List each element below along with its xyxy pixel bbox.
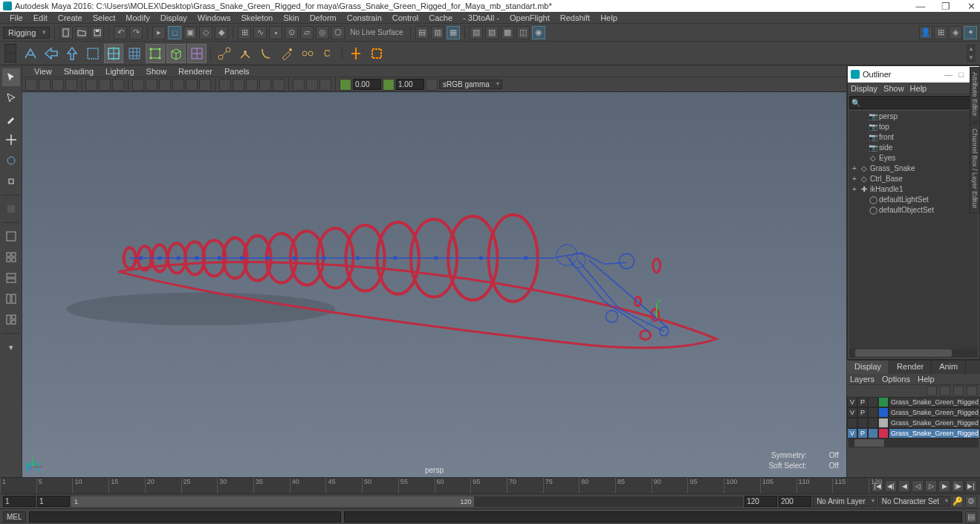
outliner-menu-help[interactable]: Help bbox=[910, 84, 927, 93]
menu-help[interactable]: Help bbox=[595, 13, 623, 22]
menu-skin[interactable]: Skin bbox=[278, 13, 304, 22]
layer-color-swatch[interactable] bbox=[878, 407, 889, 418]
shelf-scroll[interactable]: ▲▼ bbox=[967, 45, 976, 62]
shelf-tabs[interactable] bbox=[4, 44, 16, 62]
pt-res-gate[interactable] bbox=[159, 79, 171, 91]
outliner-menu-show[interactable]: Show bbox=[883, 84, 904, 93]
undo-button[interactable]: ↶ bbox=[114, 26, 127, 39]
modeling-toolkit-button[interactable]: ◈ bbox=[949, 26, 962, 39]
viewport-persp[interactable]: y persp Symmetry:Off Soft Select:Off bbox=[22, 92, 846, 477]
pt-grid[interactable] bbox=[132, 79, 144, 91]
layer-visibility-toggle[interactable]: V bbox=[847, 407, 857, 418]
prefs-button[interactable]: ⚙ bbox=[965, 496, 977, 508]
pt-view-transform[interactable] bbox=[426, 79, 438, 91]
menu-skeleton[interactable]: Skeleton bbox=[236, 13, 278, 22]
move-tool[interactable] bbox=[2, 131, 20, 149]
menu-control[interactable]: Control bbox=[387, 13, 424, 22]
range-start-outer[interactable] bbox=[3, 496, 36, 507]
pt-lights[interactable] bbox=[259, 79, 271, 91]
layer-scrollbar[interactable] bbox=[848, 439, 979, 447]
panel-menu-renderer[interactable]: Renderer bbox=[172, 67, 218, 76]
xgen-button[interactable]: ✦ bbox=[964, 26, 977, 39]
time-slider[interactable]: 1510152025303540455055606570758085909510… bbox=[0, 477, 980, 494]
pt-grease[interactable] bbox=[112, 79, 124, 91]
select-by-hierarchy-button[interactable]: ▸ bbox=[152, 26, 166, 39]
play-fwd-button[interactable]: ▷ bbox=[925, 480, 937, 492]
play-next-button[interactable]: ▶ bbox=[938, 480, 950, 492]
shelf-lattice-button[interactable] bbox=[146, 44, 165, 63]
snap-live-button[interactable]: ◎ bbox=[316, 26, 329, 39]
panel-menu-lighting[interactable]: Lighting bbox=[100, 67, 140, 76]
menu-constrain[interactable]: Constrain bbox=[342, 13, 387, 22]
pt-select-cam[interactable] bbox=[25, 79, 37, 91]
outliner-max-button[interactable]: □ bbox=[958, 70, 964, 80]
layer-new-empty-button[interactable] bbox=[940, 386, 950, 396]
scale-tool[interactable] bbox=[2, 172, 20, 190]
layer-tab-display[interactable]: Display bbox=[847, 360, 889, 374]
layer-name[interactable]: Grass_Snake_Green_Rigged_bon bbox=[889, 407, 980, 418]
make-live-button[interactable]: ⬡ bbox=[331, 26, 345, 39]
layout2-button[interactable] bbox=[2, 290, 20, 308]
pt-field[interactable] bbox=[186, 79, 198, 91]
tab-attribute-editor[interactable]: Attribute Editor bbox=[970, 67, 980, 122]
shelf-select-hier-button[interactable] bbox=[42, 44, 61, 63]
layer-menu-options[interactable]: Options bbox=[882, 375, 910, 384]
shelf-grid-snap-button[interactable] bbox=[125, 44, 144, 63]
pt-shaded[interactable] bbox=[233, 79, 244, 91]
pt-exposure-value[interactable] bbox=[353, 79, 381, 90]
layer-color-swatch[interactable] bbox=[878, 418, 889, 428]
command-input[interactable] bbox=[29, 511, 341, 523]
pt-textured[interactable] bbox=[246, 79, 258, 91]
layer-color-swatch[interactable] bbox=[878, 397, 889, 407]
shelf-ik-button[interactable] bbox=[236, 44, 255, 63]
account-button[interactable]: 👤 bbox=[919, 26, 932, 39]
select-by-object-button[interactable]: □ bbox=[168, 26, 181, 39]
layer-playback-toggle[interactable]: P bbox=[857, 428, 868, 439]
layer-tab-anim[interactable]: Anim bbox=[932, 360, 966, 374]
shelf-key-tangent-button[interactable] bbox=[367, 44, 386, 63]
snap-point-button[interactable]: • bbox=[269, 26, 282, 39]
snap-plane-button[interactable]: ▱ bbox=[300, 26, 314, 39]
pt-wireframe[interactable] bbox=[219, 79, 231, 91]
character-set-dropdown[interactable]: No Character Set bbox=[878, 496, 950, 507]
layer-playback-toggle[interactable]: P bbox=[857, 397, 868, 407]
save-scene-button[interactable] bbox=[91, 26, 104, 39]
pt-bookmark[interactable] bbox=[65, 79, 77, 91]
mode-dropdown[interactable]: Rigging bbox=[3, 27, 50, 39]
pt-gamma-toggle[interactable] bbox=[383, 79, 395, 91]
pt-shadows[interactable] bbox=[273, 79, 285, 91]
history-on-button[interactable]: ▤ bbox=[415, 26, 429, 39]
shelf-paint-weights-button[interactable] bbox=[277, 44, 296, 63]
layer-menu-help[interactable]: Help bbox=[918, 375, 935, 384]
play-nextkey-button[interactable]: |▶ bbox=[952, 480, 964, 492]
close-button[interactable]: ✕ bbox=[965, 1, 977, 12]
menu-display[interactable]: Display bbox=[155, 13, 192, 22]
shelf-joint-button[interactable] bbox=[215, 44, 234, 63]
tab-channel-box[interactable]: Channel Box / Layer Editor bbox=[970, 123, 980, 214]
shelf-lattice2-button[interactable] bbox=[187, 44, 207, 63]
range-end-outer[interactable] bbox=[779, 496, 811, 507]
select-mask-button[interactable]: ◇ bbox=[199, 26, 212, 39]
shelf-key-button[interactable] bbox=[346, 44, 366, 63]
single-view-button[interactable] bbox=[2, 227, 20, 245]
script-editor-button[interactable]: ▤ bbox=[965, 511, 977, 523]
menu-redshift[interactable]: Redshift bbox=[555, 13, 595, 22]
autokey-button[interactable]: 🔑 bbox=[952, 496, 964, 508]
shelf-center-pivot-button[interactable] bbox=[104, 44, 123, 63]
menu-3dtoall[interactable]: - 3DtoAll - bbox=[458, 13, 504, 22]
play-back-button[interactable]: ◁ bbox=[912, 480, 924, 492]
layer-display-type[interactable] bbox=[868, 407, 878, 418]
layer-row[interactable]: VPGrass_Snake_Green_Rigged_con bbox=[847, 428, 980, 439]
menu-windows[interactable]: Windows bbox=[192, 13, 236, 22]
select-tool[interactable] bbox=[2, 68, 20, 86]
layout-more-button[interactable]: ▾ bbox=[2, 338, 20, 356]
render-button[interactable]: ▦ bbox=[447, 26, 460, 39]
menu-file[interactable]: File bbox=[4, 13, 28, 22]
menu-edit[interactable]: Edit bbox=[28, 13, 53, 22]
pt-safe[interactable] bbox=[199, 79, 211, 91]
layer-playback-toggle[interactable]: P bbox=[857, 407, 868, 418]
new-scene-button[interactable] bbox=[59, 26, 73, 39]
layer-new-button[interactable] bbox=[927, 386, 937, 396]
maximize-button[interactable]: ❐ bbox=[940, 1, 952, 12]
layer-tab-render[interactable]: Render bbox=[889, 360, 932, 374]
